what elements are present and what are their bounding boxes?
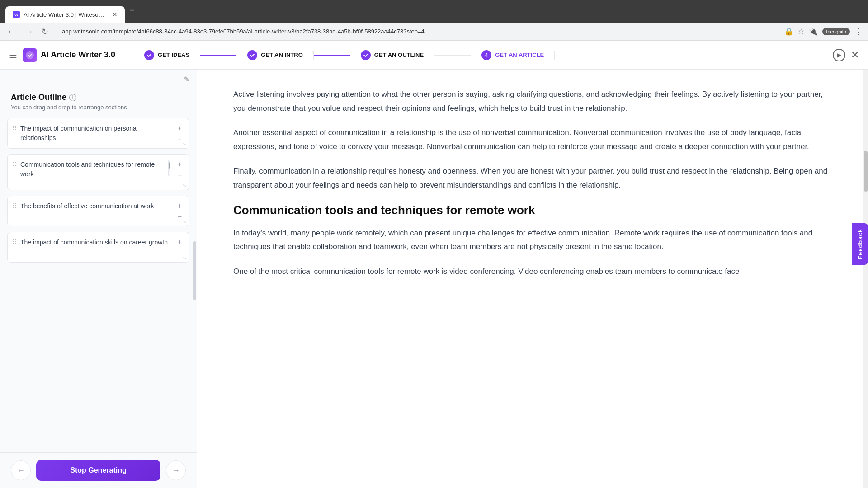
svg-text:W: W xyxy=(14,13,19,17)
browser-tab[interactable]: W AI Article Writer 3.0 | Writesonic ✕ xyxy=(5,6,125,23)
play-button[interactable]: ▶ xyxy=(833,49,845,61)
step-1-label: GET IDEAS xyxy=(158,52,189,58)
forward-button[interactable]: → xyxy=(23,24,35,38)
outline-title-text: Article Outline xyxy=(11,93,66,102)
tab-favicon: W xyxy=(13,11,20,18)
item-4-actions: + − xyxy=(176,238,184,258)
edit-icon[interactable]: ✎ xyxy=(184,75,189,84)
item-1-actions: + − xyxy=(176,124,184,144)
refresh-button[interactable]: ↻ xyxy=(40,25,50,38)
item-3-actions: + − xyxy=(176,202,184,221)
sidebar-top: ✎ xyxy=(0,70,197,89)
item-2-actions: + − xyxy=(176,160,184,180)
step-2-check xyxy=(247,50,257,60)
app-title: AI Article Writer 3.0 xyxy=(41,50,115,60)
sidebar: ✎ Article Outline i You can drag and dro… xyxy=(0,70,197,488)
hamburger-menu[interactable]: ☰ xyxy=(9,50,17,61)
browser-actions: 🔒 ☆ 🔌 Incognito ⋮ xyxy=(784,27,863,37)
item-2-text: Communication tools and techniques for r… xyxy=(20,160,163,179)
step-navigation: GET IDEAS GET AN INTRO GET AN OUTLINE 4 … xyxy=(133,50,833,60)
svg-point-2 xyxy=(26,51,34,59)
item-3-add[interactable]: + xyxy=(176,202,184,211)
outline-header: Article Outline i You can drag and drop … xyxy=(0,89,197,113)
item-4-add[interactable]: + xyxy=(176,238,184,247)
logo-icon xyxy=(23,48,37,62)
feedback-tab[interactable]: Feedback xyxy=(852,223,868,265)
url-bar[interactable] xyxy=(55,25,780,38)
app-logo: AI Article Writer 3.0 xyxy=(23,48,115,62)
drag-handle-2[interactable]: ⠿ xyxy=(12,160,17,168)
menu-icon[interactable]: ⋮ xyxy=(854,27,863,37)
new-tab-button[interactable]: + xyxy=(125,5,139,16)
resize-handle-1[interactable]: ⤡ xyxy=(183,141,186,146)
next-button[interactable]: → xyxy=(166,460,186,480)
content-para-2: Another essential aspect of communicatio… xyxy=(233,126,832,154)
resize-handle-3[interactable]: ⤡ xyxy=(183,219,186,224)
content-area: Active listening involves paying attenti… xyxy=(197,70,868,488)
sidebar-scrollbar[interactable] xyxy=(193,142,197,443)
item-2-add[interactable]: + xyxy=(176,160,184,169)
outline-item-3: ⠿ The benefits of effective communicatio… xyxy=(7,196,189,226)
item-4-text: The impact of communication skills on ca… xyxy=(20,238,172,247)
content-para-1: Active listening involves paying attenti… xyxy=(233,88,832,115)
step-1-check xyxy=(144,50,154,60)
back-button[interactable]: ← xyxy=(5,24,18,38)
connector-3 xyxy=(434,55,471,56)
content-scrollbar[interactable] xyxy=(863,70,868,488)
step-3-check xyxy=(361,50,371,60)
tab-close-icon[interactable]: ✕ xyxy=(112,11,118,18)
sidebar-scroll-thumb xyxy=(193,241,196,300)
scroll-indicator xyxy=(168,160,170,176)
outline-item-2: ⠿ Communication tools and techniques for… xyxy=(7,154,189,190)
outline-subtitle: You can drag and drop to rearrange secti… xyxy=(11,104,186,111)
connector-2 xyxy=(314,55,350,56)
header-actions: ▶ ✕ xyxy=(833,49,859,61)
item-1-text: The impact of communication on personal … xyxy=(20,124,172,143)
step-4[interactable]: 4 GET AN ARTICLE xyxy=(471,50,555,60)
content-scroll-thumb xyxy=(864,151,868,192)
drag-handle-3[interactable]: ⠿ xyxy=(12,202,17,210)
outline-item-4: ⠿ The impact of communication skills on … xyxy=(7,232,189,263)
drag-handle-4[interactable]: ⠿ xyxy=(12,238,17,246)
tab-title: AI Article Writer 3.0 | Writesonic xyxy=(24,11,105,18)
resize-handle-4[interactable]: ⤡ xyxy=(183,255,186,260)
step-2[interactable]: GET AN INTRO xyxy=(236,50,314,60)
stop-generating-button[interactable]: Stop Generating xyxy=(36,460,160,481)
resize-handle-2[interactable]: ⤡ xyxy=(183,183,186,188)
star-icon[interactable]: ☆ xyxy=(798,27,804,36)
outline-title: Article Outline i xyxy=(11,93,186,102)
content-para-3: Finally, communication in a relationship… xyxy=(233,164,832,192)
close-button[interactable]: ✕ xyxy=(851,49,859,61)
lock-icon: 🔒 xyxy=(784,27,793,36)
step-4-num: 4 xyxy=(481,50,491,60)
outline-item-1: ⠿ The impact of communication on persona… xyxy=(7,118,189,149)
item-3-text: The benefits of effective communication … xyxy=(20,202,172,211)
section-para-1: In today's world, many people work remot… xyxy=(233,226,832,254)
app-header: ☰ AI Article Writer 3.0 GET IDEAS GET AN… xyxy=(0,41,868,70)
item-1-add[interactable]: + xyxy=(176,124,184,133)
connector-1 xyxy=(200,55,236,56)
extension-icon[interactable]: 🔌 xyxy=(809,27,818,36)
step-4-label: GET AN ARTICLE xyxy=(495,52,544,58)
step-2-label: GET AN INTRO xyxy=(261,52,303,58)
incognito-badge: Incognito xyxy=(822,28,850,35)
feedback-label[interactable]: Feedback xyxy=(852,223,868,265)
browser-toolbar: ← → ↻ 🔒 ☆ 🔌 Incognito ⋮ xyxy=(0,23,868,41)
info-icon[interactable]: i xyxy=(69,94,76,101)
item-2-remove[interactable]: − xyxy=(176,171,184,180)
sidebar-bottom: ← Stop Generating → xyxy=(0,452,197,488)
outline-items: ⠿ The impact of communication on persona… xyxy=(0,113,197,452)
step-3[interactable]: GET AN OUTLINE xyxy=(350,50,434,60)
prev-button[interactable]: ← xyxy=(11,460,31,480)
step-1[interactable]: GET IDEAS xyxy=(133,50,200,60)
section-heading: Communication tools and techniques for r… xyxy=(233,203,832,217)
step-3-label: GET AN OUTLINE xyxy=(374,52,424,58)
drag-handle-1[interactable]: ⠿ xyxy=(12,124,17,132)
section-para-2: One of the most critical communication t… xyxy=(233,265,832,279)
